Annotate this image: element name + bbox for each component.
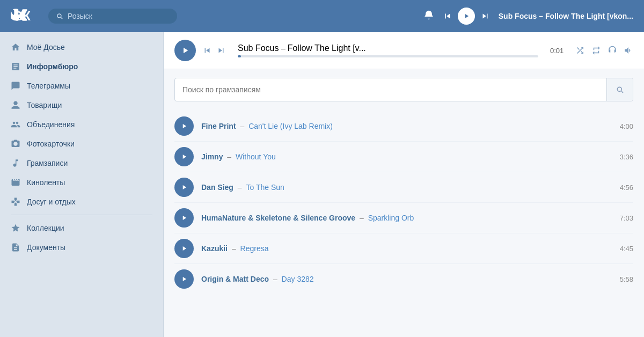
sidebar-label-video: Киноленты [27, 178, 65, 187]
search-icon [56, 12, 63, 20]
track-play-button[interactable] [174, 239, 194, 258]
news-icon [11, 62, 20, 71]
sidebar-item-games[interactable]: Досуг и отдых [0, 192, 163, 211]
sidebar-item-music[interactable]: Грамзаписи [0, 153, 163, 173]
topbar-now-playing: Sub Focus – Follow The Light [vkon... [499, 12, 633, 20]
track-row-dash: – [227, 152, 233, 161]
player-play-button[interactable] [174, 40, 196, 61]
player-next-icon[interactable] [216, 46, 226, 55]
sidebar-label-music: Грамзаписи [27, 159, 68, 167]
sidebar-divider [11, 215, 152, 215]
track-row-info: Dan Sieg – To The Sun [201, 183, 607, 192]
track-row-artist: Jimny [201, 152, 223, 161]
prev-icon[interactable] [443, 11, 452, 21]
tracks-container: Fine Print – Can't Lie (Ivy Lab Remix) 4… [174, 111, 633, 294]
music-search-row [174, 78, 633, 101]
track-row-artist: HumaNature & Skeletone & Silence Groove [201, 214, 355, 222]
track-row-duration: 4:56 [614, 184, 633, 192]
main-content: Sub Focus – Follow The Light [v... 0:01 [164, 32, 644, 337]
sidebar-label-news: Информбюро [27, 62, 78, 71]
track-row-dash: – [232, 244, 238, 253]
track-dash: – [281, 44, 288, 53]
track-row-info: HumaNature & Skeletone & Silence Groove … [201, 214, 607, 222]
main-layout: Моё Досье Информбюро Телеграммы Товарищи… [0, 32, 644, 337]
progress-fill [238, 55, 241, 57]
shuffle-icon[interactable] [575, 46, 585, 55]
next-icon[interactable] [480, 11, 490, 21]
svg-text:ВК: ВК [13, 8, 31, 23]
music-icon [11, 158, 20, 168]
camera-icon [11, 139, 20, 149]
sidebar-item-collections[interactable]: Коллекции [0, 218, 163, 238]
headphones-icon[interactable] [608, 46, 617, 55]
track-row-dash: – [240, 122, 246, 130]
track-row: Origin & Matt Deco – Day 3282 5:58 [174, 264, 633, 294]
topbar: ВК Розыск [0, 0, 644, 32]
topbar-search[interactable]: Розыск [48, 9, 177, 24]
group-icon [11, 120, 20, 129]
sidebar-item-friends[interactable]: Товарищи [0, 96, 163, 115]
player-prev-icon[interactable] [202, 46, 212, 55]
sidebar-label-messages: Телеграммы [27, 82, 70, 90]
track-row-artist: Fine Print [201, 122, 236, 130]
vk-logo[interactable]: ВК [11, 6, 38, 27]
track-row-duration: 5:58 [614, 275, 633, 283]
track-row-duration: 4:00 [614, 122, 633, 130]
track-row: Dan Sieg – To The Sun 4:56 [174, 172, 633, 203]
player-right-controls [575, 46, 633, 55]
star-icon [11, 223, 20, 233]
track-row-dash: – [273, 275, 280, 283]
progress-bar[interactable] [238, 55, 538, 57]
track-play-button[interactable] [174, 178, 194, 197]
sidebar-item-video[interactable]: Киноленты [0, 173, 163, 192]
notification-bell[interactable] [423, 10, 434, 23]
music-search-button[interactable] [606, 78, 633, 101]
track-row: Jimny – Without You 3:36 [174, 142, 633, 172]
sidebar-item-photos[interactable]: Фотокарточки [0, 134, 163, 153]
time-display: 0:01 [550, 47, 569, 55]
track-play-button[interactable] [174, 208, 194, 228]
track-artist: Sub Focus [238, 43, 279, 53]
track-row-duration: 3:36 [614, 153, 633, 161]
track-row-duration: 7:03 [614, 214, 633, 222]
track-row-dash: – [360, 214, 366, 222]
document-icon [11, 243, 20, 252]
message-icon [11, 81, 20, 91]
games-icon [11, 197, 20, 207]
person-icon [11, 100, 20, 110]
sidebar-item-messages[interactable]: Телеграммы [0, 76, 163, 96]
player-controls [202, 46, 226, 55]
track-row-info: Jimny – Without You [201, 152, 607, 161]
speaker-icon[interactable] [624, 46, 633, 55]
track-play-button[interactable] [174, 116, 194, 136]
track-play-button[interactable] [174, 147, 194, 166]
video-icon [11, 178, 20, 187]
sidebar-item-documents[interactable]: Документы [0, 238, 163, 257]
track-row-duration: 4:45 [614, 245, 633, 253]
track-row-song: Regresa [240, 244, 269, 253]
home-icon [11, 42, 20, 52]
track-play-button[interactable] [174, 269, 194, 289]
track-row-song: Day 3282 [282, 275, 314, 283]
track-row-song: To The Sun [246, 183, 284, 192]
sidebar-label-documents: Документы [27, 243, 65, 252]
player-bar: Sub Focus – Follow The Light [v... 0:01 [164, 32, 644, 69]
track-row-song: Without You [236, 152, 276, 161]
topbar-play-button[interactable] [458, 8, 475, 25]
sidebar-item-my-profile[interactable]: Моё Досье [0, 38, 163, 57]
music-list: Fine Print – Can't Lie (Ivy Lab Remix) 4… [164, 69, 644, 337]
sidebar-label-photos: Фотокарточки [27, 140, 75, 148]
repeat-icon[interactable] [591, 46, 601, 55]
sidebar-item-news[interactable]: Информбюро [0, 57, 163, 76]
track-row: HumaNature & Skeletone & Silence Groove … [174, 203, 633, 233]
track-title: Sub Focus – Follow The Light [v... [238, 43, 538, 53]
sidebar-label-my-profile: Моё Досье [27, 43, 65, 52]
track-row-info: Origin & Matt Deco – Day 3282 [201, 275, 607, 283]
track-row-artist: Origin & Matt Deco [201, 275, 269, 283]
track-row-dash: – [238, 183, 244, 192]
sidebar-item-groups[interactable]: Объединения [0, 115, 163, 134]
sidebar-label-groups: Объединения [27, 120, 75, 129]
sidebar-label-games: Досуг и отдых [27, 197, 76, 206]
topbar-right: Sub Focus – Follow The Light [vkon... [423, 8, 633, 25]
music-search-input[interactable] [175, 80, 606, 99]
